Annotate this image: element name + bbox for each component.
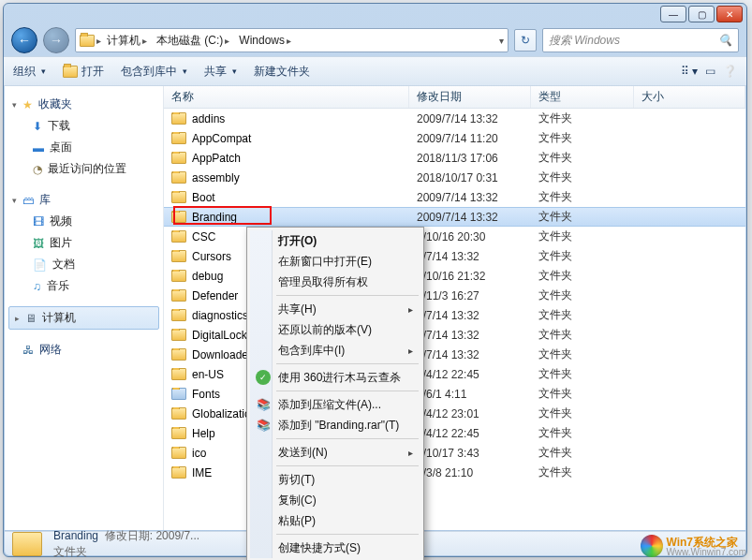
sidebar-favorites[interactable]: ▾★收藏夹 [7, 94, 161, 115]
crumb-drive-c[interactable]: 本地磁盘 (C:)▸ [153, 33, 233, 49]
row-name: Boot [192, 191, 215, 204]
help-button[interactable]: ❔ [723, 65, 737, 78]
column-type[interactable]: 类型 [531, 86, 634, 108]
folder-icon [171, 368, 186, 380]
sidebar-item-desktop[interactable]: ▬桌面 [7, 137, 161, 158]
table-row[interactable]: AppCompat2009/7/14 11:20文件夹 [164, 128, 745, 148]
content-area: ▾★收藏夹 ⬇下载 ▬桌面 ◔最近访问的位置 ▾🗃库 🎞视频 🖼图片 📄文档 ♫… [5, 86, 745, 530]
organize-button[interactable]: 组织 [13, 64, 46, 80]
forward-button[interactable]: → [43, 27, 69, 53]
folder-icon [171, 152, 186, 164]
menu-item[interactable]: 管理员取得所有权 [250, 272, 420, 292]
minimize-button[interactable]: — [660, 6, 686, 22]
row-type: 文件夹 [531, 268, 634, 284]
refresh-button[interactable]: ↻ [514, 29, 537, 52]
sidebar-item-recent[interactable]: ◔最近访问的位置 [7, 158, 161, 180]
menu-item[interactable]: 打开(O) [250, 230, 420, 251]
menu-item[interactable]: ✓使用 360进行木马云查杀 [250, 367, 420, 388]
sidebar-item-downloads[interactable]: ⬇下载 [7, 115, 161, 137]
share-button[interactable]: 共享 [204, 64, 237, 80]
folder-icon [171, 191, 186, 203]
menu-item[interactable]: 还原以前的版本(V) [250, 319, 420, 340]
row-type: 文件夹 [531, 346, 634, 362]
column-date[interactable]: 修改日期 [409, 86, 531, 108]
menu-item-label: 还原以前的版本(V) [278, 322, 372, 338]
column-size[interactable]: 大小 [634, 86, 745, 108]
view-options-button[interactable]: ⠿ ▾ [681, 65, 698, 78]
sidebar-item-pictures[interactable]: 🖼图片 [7, 232, 161, 254]
include-in-library-button[interactable]: 包含到库中 [121, 64, 187, 80]
row-date: 1/4/12 23:01 [409, 407, 531, 420]
row-name: en-US [192, 368, 224, 381]
menu-item-label: 添加到压缩文件(A)... [278, 397, 381, 413]
sidebar-item-videos[interactable]: 🎞视频 [7, 211, 161, 232]
maximize-button[interactable]: ▢ [688, 6, 715, 22]
context-menu: 打开(O)在新窗口中打开(E)管理员取得所有权共享(H)▸还原以前的版本(V)包… [246, 227, 424, 560]
table-row[interactable]: Branding2009/7/14 13:32文件夹 [164, 207, 745, 227]
folder-icon [171, 309, 186, 321]
row-name: diagnostics [192, 309, 248, 322]
table-row[interactable]: Boot2009/7/14 13:32文件夹 [164, 187, 745, 207]
menu-item[interactable]: 包含到库中(I)▸ [250, 340, 420, 361]
row-date: 2018/11/3 17:06 [409, 152, 531, 165]
close-button[interactable]: ✕ [716, 6, 743, 22]
logo-icon [641, 535, 663, 557]
menu-item[interactable]: 发送到(N)▸ [250, 442, 420, 463]
row-type: 文件夹 [531, 248, 634, 264]
menu-item-label: 创建快捷方式(S) [278, 540, 361, 556]
menu-item-label: 添加到 "Branding.rar"(T) [278, 418, 399, 434]
sidebar-libraries[interactable]: ▾🗃库 [7, 189, 161, 211]
menu-item[interactable]: 共享(H)▸ [250, 299, 420, 319]
column-name[interactable]: 名称 [164, 86, 409, 108]
row-type: 文件夹 [531, 366, 634, 382]
search-input[interactable]: 搜索 Windows 🔍 [542, 28, 739, 52]
nav-row: ← → ▸ 计算机▸ 本地磁盘 (C:)▸ Windows▸ ▾ ↻ 搜索 Wi… [4, 24, 746, 56]
chevron-down-icon[interactable]: ▾ [12, 196, 17, 205]
crumb-computer[interactable]: 计算机▸ [103, 33, 151, 49]
explorer-window: — ▢ ✕ ← → ▸ 计算机▸ 本地磁盘 (C:)▸ Windows▸ ▾ ↻… [3, 3, 747, 557]
table-row[interactable]: addins2009/7/14 13:32文件夹 [164, 109, 745, 128]
row-type: 文件夹 [531, 464, 634, 480]
menu-item[interactable]: 📚添加到 "Branding.rar"(T) [250, 415, 420, 435]
menu-item[interactable]: 剪切(T) [250, 469, 420, 490]
menu-separator [276, 465, 419, 466]
menu-item[interactable]: 粘贴(P) [250, 510, 420, 531]
chevron-right-icon[interactable]: ▸ [96, 36, 101, 46]
menu-item[interactable]: 📚添加到压缩文件(A)... [250, 394, 420, 415]
row-name: ico [192, 447, 206, 460]
open-button[interactable]: 打开 [63, 64, 104, 80]
row-type: 文件夹 [531, 209, 634, 225]
folder-icon [171, 466, 186, 479]
menu-item[interactable]: 在新窗口中打开(E) [250, 251, 420, 272]
folder-icon [171, 447, 186, 459]
menu-item-label: 打开(O) [278, 233, 317, 249]
chevron-right-icon[interactable]: ▸ [15, 314, 20, 323]
search-icon: 🔍 [718, 34, 732, 47]
sidebar-item-music[interactable]: ♫音乐 [7, 275, 161, 297]
sidebar-computer[interactable]: ▸🖥计算机 [8, 306, 159, 330]
row-date: 9/7/14 13:32 [409, 348, 531, 361]
table-row[interactable]: AppPatch2018/11/3 17:06文件夹 [164, 148, 745, 168]
new-folder-button[interactable]: 新建文件夹 [254, 64, 310, 80]
address-bar[interactable]: ▸ 计算机▸ 本地磁盘 (C:)▸ Windows▸ ▾ [75, 28, 509, 52]
row-type: 文件夹 [531, 445, 634, 461]
folder-icon [171, 230, 186, 243]
address-dropdown-icon[interactable]: ▾ [499, 36, 504, 46]
menu-item-label: 发送到(N) [278, 445, 328, 461]
sidebar-network[interactable]: ▸🖧网络 [7, 339, 161, 361]
folder-icon [171, 211, 186, 223]
sidebar-item-documents[interactable]: 📄文档 [7, 254, 161, 275]
row-date: 8/11/3 16:27 [409, 289, 531, 302]
table-row[interactable]: assembly2018/10/17 0:31文件夹 [164, 168, 745, 187]
titlebar[interactable]: — ▢ ✕ [4, 4, 746, 24]
row-date: 9/6/1 4:11 [409, 388, 531, 401]
folder-icon [171, 427, 186, 439]
library-icon: 🗃 [22, 194, 34, 207]
recent-icon: ◔ [33, 163, 42, 176]
menu-item[interactable]: 复制(C) [250, 490, 420, 510]
menu-item[interactable]: 创建快捷方式(S) [250, 538, 420, 558]
preview-pane-button[interactable]: ▭ [705, 65, 715, 78]
crumb-windows[interactable]: Windows▸ [235, 34, 295, 47]
chevron-down-icon[interactable]: ▾ [12, 100, 17, 110]
back-button[interactable]: ← [11, 27, 37, 53]
